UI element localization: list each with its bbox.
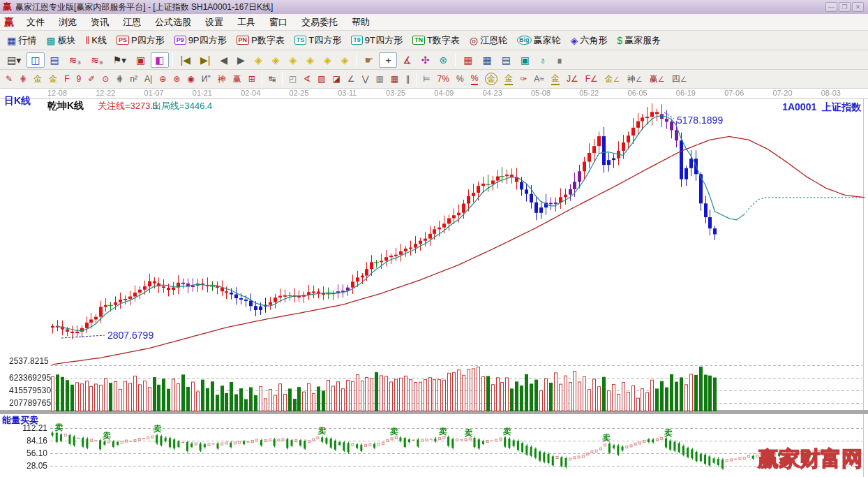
first-page-button[interactable]: |◀ [177,52,195,68]
zigzag-tool[interactable]: ⋁ [359,72,372,86]
menu-item-6[interactable]: 设置 [198,15,230,30]
gann-arrow-horizontal-button[interactable]: ◈ [285,52,301,68]
percent-tool[interactable]: % [454,72,467,86]
p-number-table-button[interactable]: PNP数字表 [232,32,289,49]
gann-arrow-right-button[interactable]: ◈ [268,52,284,68]
menu-item-2[interactable]: 浏览 [52,15,84,30]
next-page-button[interactable]: ▶ [233,52,249,68]
win-grid-tool[interactable]: 赢 [230,72,244,86]
box-line-tool[interactable]: ◰ [286,72,299,86]
kline-period-dropdown[interactable]: ▤▾ [3,52,25,68]
angle-measure-button[interactable]: ∡ [398,52,416,68]
percent-line-tool[interactable]: % [468,71,481,87]
grid-tool[interactable]: ⋕ [113,72,126,86]
gold-angle-tool[interactable]: 金∠ [602,72,623,86]
circle-grid-tool[interactable]: ◉ [184,72,197,86]
parallel-lines-tool[interactable]: ∥ [403,72,412,86]
t-number-table-button[interactable]: TNT数字表 [408,32,464,49]
gann-arrow-star-button[interactable]: ◈ [302,52,318,68]
crosshair-button[interactable]: ＋ [379,52,397,68]
menu-item-5[interactable]: 公式选股 [148,15,198,30]
ladder-tool[interactable]: ⊨ [420,72,433,86]
last-page-button[interactable]: ▶| [196,52,214,68]
nine-turn-tool[interactable]: 9 [73,72,84,86]
qiankun-frame-button[interactable]: ▣ [132,52,149,68]
gold-grid2-tool[interactable]: 金 [46,72,60,86]
box-fan-tool[interactable]: ◪ [330,72,343,86]
a-wave-tool[interactable]: A≈ [531,72,547,86]
percent7-tool[interactable]: 7% [435,72,452,86]
save-button[interactable]: ▣ [516,52,534,68]
sectors-button[interactable]: ▩板块 [42,32,80,49]
grid-block2-tool[interactable]: ▦ [388,72,401,86]
tally-grid-tool[interactable]: ⋕ [17,72,29,86]
maximize-button[interactable]: ❐ [839,2,851,12]
menu-item-7[interactable]: 工具 [230,15,262,30]
ruler-tool[interactable]: ⊞ [246,72,258,86]
chanlun-button[interactable]: ⊛ [435,52,451,68]
wave-3-button[interactable]: ≋₃ [65,52,85,68]
brush-tool[interactable]: ✎ [3,72,15,86]
gold-grid-tool[interactable]: 金 [31,72,45,86]
target-circle-tool[interactable]: ⊕ [156,72,169,86]
width-measure-tool[interactable]: ↹ [266,72,278,86]
shen-grid-tool[interactable]: 神 [215,72,229,86]
menu-item-9[interactable]: 交易委托 [294,15,345,30]
gold-line-tool[interactable]: 金 [502,71,516,87]
p-square-button[interactable]: PSP四方形 [112,32,169,49]
hexagon-button[interactable]: ◈六角形 [567,32,612,49]
shen-angle-tool[interactable]: 神∠ [624,72,645,86]
minimize-button[interactable]: — [825,2,837,12]
menu-item-8[interactable]: 窗口 [262,15,294,30]
fan-box-tool[interactable]: ▨ [315,72,328,86]
multi-window-button[interactable]: ◫ [27,52,44,68]
ink-brush-tool[interactable]: ✑ [517,72,530,86]
prev-page-button[interactable]: ◀ [216,52,232,68]
n-square-tool[interactable]: n² [127,72,140,86]
gann-arrow-left-button[interactable]: ◈ [250,52,267,68]
close-button[interactable]: ✕ [852,2,864,12]
quotes-button[interactable]: ▦行情 [3,32,40,49]
gold-circle-tool[interactable]: 金 [482,71,500,87]
gold-underline-tool[interactable]: 金 [548,71,562,87]
chart-canvas[interactable] [0,89,868,477]
menu-item-1[interactable]: 文件 [20,15,52,30]
gann-wheel-button[interactable]: ◎江恩轮 [465,32,511,49]
wave-9-button[interactable]: ≋₉ [87,52,107,68]
gann-arrow-cross-button[interactable]: ◈ [320,52,336,68]
color-histogram-button[interactable]: ◧ [151,52,168,68]
t-square-button[interactable]: TST四方形 [290,32,345,49]
9p-square-button[interactable]: P99P四方形 [170,32,231,49]
a-split-tool[interactable]: A| [142,72,155,86]
f-angle-tool[interactable]: F∠ [583,72,601,86]
kline-button[interactable]: ‖K线 [81,32,110,49]
calendar-button[interactable]: ▦ [459,52,477,68]
marker-brush-tool[interactable]: ✐ [85,72,98,86]
gann-symbols-button[interactable]: ✣ [417,52,434,68]
menu-item-10[interactable]: 帮助 [345,15,377,30]
winner-wheel-button[interactable]: Big赢家轮 [513,32,565,49]
f-grid-tool[interactable]: F [61,72,72,86]
flag-dropdown[interactable]: ⚑▾ [108,52,130,68]
9t-square-button[interactable]: T99T四方形 [347,32,407,49]
grid-block-tool[interactable]: ▦ [373,72,386,86]
menu-item-4[interactable]: 江恩 [116,15,148,30]
four-angle-tool[interactable]: 四∠ [669,72,690,86]
fan-lines-tool[interactable]: ∢ [301,72,313,86]
j-angle-tool[interactable]: J∠ [564,72,581,86]
starburst-tool[interactable]: ⊛ [170,72,183,86]
export-web-button[interactable]: ♁ [535,52,551,68]
win-angle-tool[interactable]: 赢∠ [647,72,668,86]
wave-mark-tool[interactable]: И" [199,72,214,86]
gann-arrow-compress-button[interactable]: ◈ [337,52,353,68]
note-button[interactable]: ▤ [46,52,63,68]
circle-five-tool[interactable]: ⊙ [99,72,112,86]
trade-cart-button[interactable]: ∎ [553,52,567,68]
calculator-button[interactable]: ▦ [478,52,495,68]
report-button[interactable]: ▤ [497,52,515,68]
menu-item-3[interactable]: 资讯 [84,15,116,30]
winner-service-button[interactable]: $赢家服务 [613,32,665,49]
angle-lines-tool[interactable]: ∠ [345,72,358,86]
hand-drag-button[interactable]: ☛ [361,52,378,68]
report-button-icon: ▤ [502,54,511,66]
